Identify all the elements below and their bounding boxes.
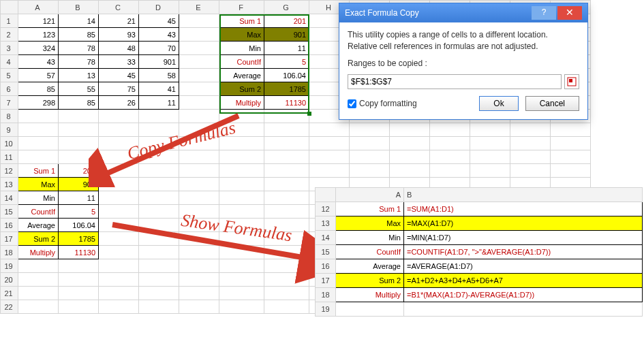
cell[interactable] [179, 42, 219, 55]
cell[interactable]: 55 [59, 82, 99, 96]
cell[interactable] [139, 300, 179, 314]
cell[interactable]: =COUNTIF(A1:D7, ">"&AVERAGE(A1:D7)) [404, 245, 643, 259]
row-header[interactable]: 7 [1, 96, 18, 110]
help-button[interactable]: ? [532, 6, 556, 20]
cell[interactable] [390, 137, 430, 150]
cell[interactable] [219, 164, 264, 178]
cell[interactable] [139, 178, 179, 191]
cell[interactable]: 1785 [264, 82, 309, 96]
cell[interactable]: Average [219, 69, 264, 82]
col-header[interactable]: A [336, 188, 404, 202]
cell[interactable] [219, 287, 264, 300]
cell[interactable] [18, 259, 59, 273]
cell[interactable] [99, 110, 139, 123]
cell[interactable]: 11 [264, 42, 309, 55]
row-header[interactable]: 18 [1, 246, 18, 259]
cell[interactable]: 11130 [59, 246, 99, 259]
cell[interactable] [470, 137, 510, 150]
cell[interactable] [219, 273, 264, 287]
cell[interactable]: Sum 1 [336, 202, 404, 216]
cell[interactable] [219, 259, 264, 273]
cell[interactable] [18, 110, 59, 123]
cell[interactable] [99, 123, 139, 137]
cell[interactable] [139, 287, 179, 300]
cell[interactable]: 298 [18, 96, 59, 110]
cell[interactable] [18, 137, 59, 150]
cell[interactable]: 201 [264, 14, 309, 28]
cell[interactable] [264, 123, 309, 137]
cell[interactable] [510, 164, 551, 178]
cell[interactable] [390, 150, 430, 164]
cell[interactable] [18, 287, 59, 300]
cell[interactable] [179, 82, 219, 96]
cell[interactable]: CountIf [18, 205, 59, 219]
row-header[interactable]: 16 [316, 259, 336, 274]
range-picker-button[interactable] [564, 74, 579, 89]
select-all-corner[interactable] [316, 188, 336, 202]
cell[interactable] [350, 123, 390, 137]
col-header[interactable]: A [18, 1, 59, 14]
cell[interactable] [264, 110, 309, 123]
cell[interactable] [179, 69, 219, 82]
cell[interactable] [510, 150, 551, 164]
copy-formatting-checkbox[interactable]: Copy formatting [348, 99, 472, 108]
cell[interactable] [139, 164, 179, 178]
cell[interactable]: CountIf [219, 55, 264, 69]
cell[interactable]: 85 [59, 96, 99, 110]
cell[interactable] [264, 287, 309, 300]
cell[interactable]: Multiply [336, 288, 404, 302]
row-header[interactable]: 18 [316, 288, 336, 302]
cell[interactable]: 121 [18, 14, 59, 28]
cell[interactable] [430, 164, 470, 178]
cell[interactable] [59, 300, 99, 314]
cell[interactable] [551, 137, 591, 150]
cell[interactable] [59, 110, 99, 123]
cell[interactable] [139, 273, 179, 287]
cell[interactable]: 14 [59, 14, 99, 28]
cell[interactable] [219, 300, 264, 314]
cell[interactable]: Sum 2 [18, 232, 59, 246]
cell[interactable] [404, 302, 643, 317]
cell[interactable] [59, 123, 99, 137]
row-header[interactable]: 15 [1, 205, 18, 219]
cell[interactable] [99, 273, 139, 287]
cell[interactable] [264, 246, 309, 259]
cell[interactable]: 11 [59, 191, 99, 205]
cell[interactable] [18, 273, 59, 287]
cell[interactable] [219, 246, 264, 259]
cell[interactable] [350, 137, 390, 150]
cell[interactable]: =SUM(A1:D1) [404, 202, 643, 216]
row-header[interactable]: 8 [1, 110, 18, 123]
cell[interactable] [264, 191, 309, 205]
cell[interactable]: Sum 2 [219, 82, 264, 96]
close-button[interactable]: ✕ [557, 6, 582, 20]
cell[interactable]: 58 [139, 69, 179, 82]
cell[interactable] [59, 150, 99, 164]
cell[interactable]: 45 [139, 14, 179, 28]
cell[interactable]: =MAX(A1:D7) [404, 216, 643, 231]
cell[interactable] [309, 150, 350, 164]
col-header[interactable]: F [219, 1, 264, 14]
cell[interactable] [18, 300, 59, 314]
cell[interactable]: 43 [139, 28, 179, 42]
col-header[interactable]: E [179, 1, 219, 14]
cell[interactable] [309, 164, 350, 178]
col-header[interactable]: B [404, 188, 643, 202]
cell[interactable] [179, 14, 219, 28]
cell[interactable]: =MIN(A1:D7) [404, 231, 643, 245]
cell[interactable] [179, 55, 219, 69]
cell[interactable]: =B1*(MAX(A1:D7)-AVERAGE(A1:D7)) [404, 288, 643, 302]
cell[interactable] [99, 191, 139, 205]
row-header[interactable]: 4 [1, 55, 18, 69]
cell[interactable] [390, 164, 430, 178]
cell[interactable] [99, 178, 139, 191]
row-header[interactable]: 12 [316, 202, 336, 216]
cell[interactable] [510, 137, 551, 150]
cell[interactable]: Min [219, 42, 264, 55]
cell[interactable] [99, 259, 139, 273]
cell[interactable] [264, 205, 309, 219]
cell[interactable]: Sum 1 [18, 164, 59, 178]
cell[interactable] [264, 137, 309, 150]
cell[interactable]: Min [336, 231, 404, 245]
cell[interactable] [551, 164, 591, 178]
